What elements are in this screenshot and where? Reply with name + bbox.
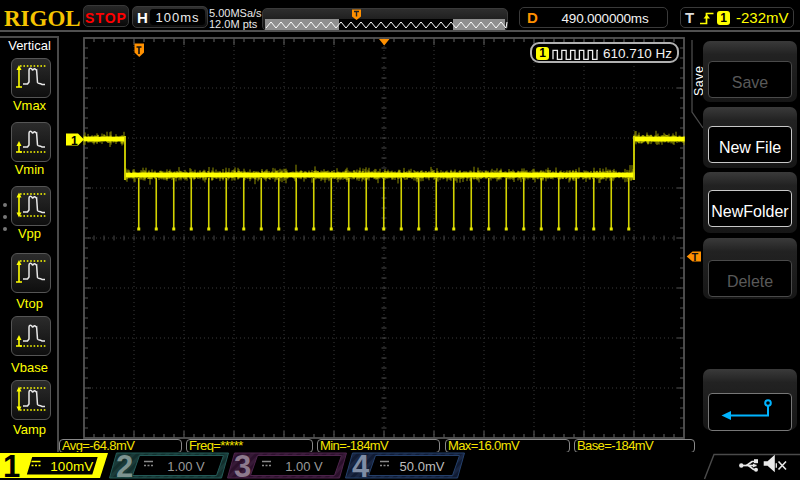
svg-text:50.0mV: 50.0mV: [400, 459, 445, 474]
svg-text:100mV: 100mV: [50, 459, 93, 474]
svg-text:3: 3: [234, 452, 251, 480]
svg-text:1.00 V: 1.00 V: [167, 459, 205, 474]
svg-text:1: 1: [71, 134, 78, 148]
svg-text:2: 2: [116, 452, 133, 480]
svg-text:4: 4: [352, 452, 370, 480]
svg-text:T: T: [692, 251, 699, 263]
svg-text:1.00 V: 1.00 V: [285, 459, 323, 474]
svg-text:1: 1: [3, 452, 20, 480]
